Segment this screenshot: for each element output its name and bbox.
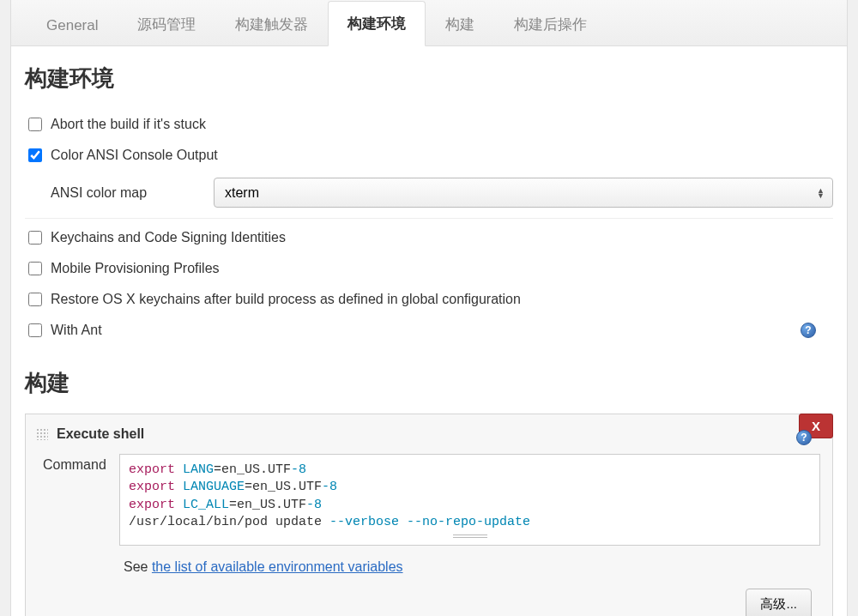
see-env-vars-text: See the list of available environment va… (38, 546, 820, 582)
tab-build-env[interactable]: 构建环境 (328, 1, 426, 46)
resize-grip-icon[interactable] (453, 534, 487, 538)
tab-scm[interactable]: 源码管理 (118, 2, 215, 46)
build-step-execute-shell: X ? Execute shell Command export LANG=en… (25, 414, 833, 616)
checkbox-mobile-prov[interactable] (28, 262, 42, 275)
label-abort-stuck: Abort the build if it's stuck (51, 117, 206, 132)
label-color-ansi: Color ANSI Console Output (51, 148, 218, 163)
advanced-button[interactable]: 高级... (746, 589, 812, 616)
tab-triggers[interactable]: 构建触发器 (215, 2, 328, 46)
label-mobile-prov: Mobile Provisioning Profiles (51, 261, 220, 276)
label-keychains: Keychains and Code Signing Identities (51, 230, 286, 245)
tab-post-build[interactable]: 构建后操作 (494, 2, 607, 46)
step-title: Execute shell (57, 426, 144, 442)
link-env-vars[interactable]: the list of available environment variab… (152, 559, 403, 574)
checkbox-restore-keychains[interactable] (28, 293, 42, 306)
label-restore-keychains: Restore OS X keychains after build proce… (51, 292, 521, 307)
tab-build[interactable]: 构建 (426, 2, 494, 46)
checkbox-abort-stuck[interactable] (28, 118, 42, 131)
checkbox-color-ansi[interactable] (28, 148, 42, 162)
checkbox-with-ant[interactable] (28, 323, 42, 337)
label-command: Command (38, 454, 119, 473)
drag-handle-icon[interactable] (36, 428, 48, 440)
section-title-build-env: 构建环境 (25, 63, 833, 94)
command-textarea[interactable]: export LANG=en_US.UTF-8 export LANGUAGE=… (119, 454, 820, 546)
checkbox-keychains[interactable] (28, 231, 42, 245)
tab-bar: General 源码管理 构建触发器 构建环境 构建 构建后操作 (11, 0, 847, 46)
label-with-ant: With Ant (51, 323, 102, 338)
help-icon[interactable]: ? (801, 323, 816, 338)
select-ansi-color-map[interactable]: xterm (214, 178, 833, 208)
help-icon[interactable]: ? (796, 430, 812, 445)
section-title-build: 构建 (25, 368, 833, 398)
tab-general[interactable]: General (27, 4, 118, 46)
label-ansi-color-map: ANSI color map (51, 185, 214, 201)
